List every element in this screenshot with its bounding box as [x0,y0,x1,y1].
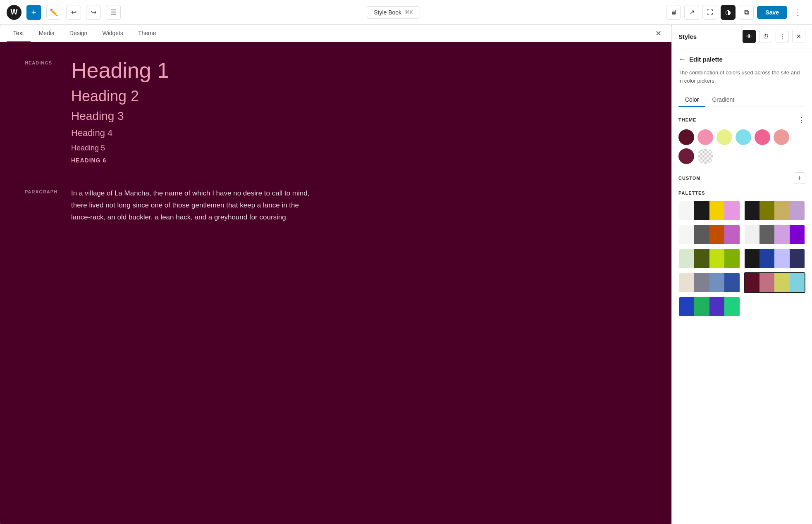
theme-color-8-pattern[interactable] [697,148,713,164]
edit-button[interactable]: ✏️ [46,5,61,20]
left-panel: Text Media Design Widgets Theme ✕ HEADIN… [0,25,671,524]
palettes-label: PALETTES [678,191,805,195]
headings-label: HEADINGS [25,60,58,65]
topbar-title: Style Book [374,9,401,16]
right-panel: Styles 👁 ⏱ ⋮ ✕ ← Edit palette The combin… [671,25,812,524]
external-link-button[interactable]: ↗ [684,5,699,20]
add-custom-color-button[interactable]: + [794,172,805,184]
palette-4[interactable] [744,224,806,245]
heading-2: Heading 2 [71,87,319,105]
topbar-shortcut: ⌘K [405,10,413,15]
tab-design[interactable]: Design [63,25,94,42]
tab-theme[interactable]: Theme [131,25,163,42]
palettes-grid: Sunrise [678,200,805,317]
theme-color-3[interactable] [716,129,732,145]
tab-text[interactable]: Text [7,25,31,42]
palette-7[interactable] [678,272,740,293]
custom-header: CUSTOM + [678,172,805,184]
more-options-button[interactable]: ⋮ [791,6,805,19]
paragraph-text: In a village of La Mancha, the name of w… [71,188,319,224]
theme-color-2[interactable] [697,129,713,145]
wp-logo: W [7,5,21,20]
palette-8-sunrise[interactable]: Sunrise [744,272,806,293]
theme-color-5[interactable] [755,129,770,145]
heading-3: Heading 3 [71,109,319,123]
panel-header: Styles 👁 ⏱ ⋮ ✕ [672,25,812,48]
content-area: HEADINGS Heading 1 Heading 2 Heading 3 H… [0,42,671,524]
content-column: HEADINGS Heading 1 Heading 2 Heading 3 H… [25,59,319,507]
color-tab[interactable]: Color [678,93,705,107]
headings-content: Heading 1 Heading 2 Heading 3 Heading 4 … [71,59,319,168]
edit-palette-title: Edit palette [689,56,723,63]
theme-label: THEME [678,117,697,122]
theme-color-1[interactable] [678,129,694,145]
close-icon[interactable]: ✕ [652,26,665,41]
title-box[interactable]: Style Book ⌘K [367,6,420,19]
panel-more-button[interactable]: ⋮ [776,30,789,43]
heading-1: Heading 1 [71,59,319,82]
history-button[interactable]: ⏱ [759,30,772,43]
list-view-button[interactable]: ☰ [106,5,121,20]
palette-2[interactable] [744,200,806,221]
back-arrow-icon[interactable]: ← [678,55,686,64]
theme-more-icon[interactable]: ⋮ [798,115,805,124]
theme-toggle-button[interactable]: ◑ [721,5,736,20]
custom-label: CUSTOM [678,176,700,181]
topbar-right: 🖥 ↗ ⛶ ◑ ⧉ Save ⋮ [666,5,805,20]
panel-body: ← Edit palette The combination of colors… [672,48,812,524]
paragraph-label: PARAGRAPH [25,189,58,194]
topbar-center: Style Book ⌘K [126,6,661,19]
gradient-tab[interactable]: Gradient [705,93,741,107]
add-block-button[interactable]: + [26,5,41,20]
undo-button[interactable]: ↩ [66,5,81,20]
desktop-view-button[interactable]: 🖥 [666,5,681,20]
save-button[interactable]: Save [757,6,787,19]
palette-9[interactable] [678,296,740,317]
redo-button[interactable]: ↪ [86,5,101,20]
tab-media[interactable]: Media [32,25,61,42]
theme-color-6[interactable] [774,129,789,145]
theme-color-swatches [678,129,805,164]
theme-color-4[interactable] [736,129,751,145]
paragraph-section: PARAGRAPH In a village of La Mancha, the… [25,188,319,224]
panel-close-button[interactable]: ✕ [792,30,805,43]
tabs-bar: Text Media Design Widgets Theme ✕ [0,25,671,42]
back-row: ← Edit palette [678,55,805,64]
heading-6: HEADING 6 [71,157,319,164]
paragraph-content: In a village of La Mancha, the name of w… [71,188,319,224]
color-gradient-tabs: Color Gradient [678,93,805,107]
palette-6[interactable] [744,248,806,269]
headings-section: HEADINGS Heading 1 Heading 2 Heading 3 H… [25,59,319,168]
eye-button[interactable]: 👁 [743,30,756,43]
theme-section-header: THEME ⋮ [678,115,805,124]
palette-description: The combination of colors used across th… [678,69,805,85]
fullscreen-button[interactable]: ⛶ [702,5,717,20]
main-area: Text Media Design Widgets Theme ✕ HEADIN… [0,25,812,524]
theme-color-7[interactable] [678,148,694,164]
palette-5[interactable] [678,248,740,269]
sidebar-toggle-button[interactable]: ⧉ [739,5,754,20]
palette-1[interactable] [678,200,740,221]
tab-widgets[interactable]: Widgets [96,25,130,42]
panel-title: Styles [678,33,739,40]
topbar: W + ✏️ ↩ ↪ ☰ Style Book ⌘K 🖥 ↗ ⛶ ◑ ⧉ Sav… [0,0,812,25]
palette-3[interactable] [678,224,740,245]
heading-4: Heading 4 [71,127,319,139]
heading-5: Heading 5 [71,143,319,153]
